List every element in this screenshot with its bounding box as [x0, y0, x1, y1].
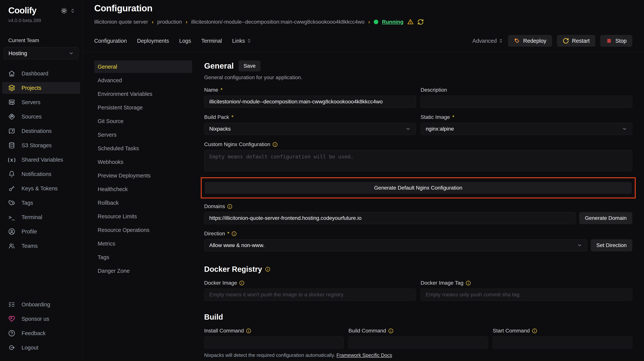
- subnav-label: Webhooks: [98, 159, 124, 165]
- status-link[interactable]: Running: [382, 19, 404, 25]
- sidebar-item-label: Logout: [22, 344, 38, 351]
- docker-image-tag-input[interactable]: [420, 289, 632, 301]
- info-icon[interactable]: [232, 231, 237, 236]
- generate-domain-button[interactable]: Generate Domain: [579, 212, 632, 224]
- info-icon[interactable]: [227, 204, 232, 209]
- restart-button[interactable]: Restart: [557, 35, 595, 47]
- static-image-select[interactable]: nginx:alpine: [420, 123, 632, 135]
- framework-docs-link[interactable]: Framework Specific Docs: [336, 352, 392, 358]
- subnav-preview-deployments[interactable]: Preview Deployments: [94, 169, 192, 182]
- build-pack-select[interactable]: Nixpacks: [204, 123, 416, 135]
- label-text: Description: [420, 87, 447, 93]
- tab-logs[interactable]: Logs: [179, 38, 191, 44]
- subnav-scheduled-tasks[interactable]: Scheduled Tasks: [94, 142, 192, 155]
- redeploy-button[interactable]: Redeploy: [508, 35, 552, 47]
- nginx-config-textarea[interactable]: [204, 150, 632, 171]
- map-icon: [8, 127, 16, 135]
- info-icon[interactable]: [239, 280, 244, 286]
- subnav-persistent-storage[interactable]: Persistent Storage: [94, 101, 192, 114]
- sidebar-item-destinations[interactable]: Destinations: [2, 125, 80, 137]
- sidebar-collapse-chevrons-icon[interactable]: [70, 8, 75, 13]
- generate-nginx-config-button[interactable]: Generate Default Nginx Configuration: [205, 182, 632, 194]
- subnav-general[interactable]: General: [94, 61, 192, 73]
- info-icon[interactable]: [388, 328, 394, 333]
- sidebar-item-onboarding[interactable]: Onboarding: [2, 299, 80, 310]
- sidebar-item-dashboard[interactable]: Dashboard: [2, 68, 80, 79]
- advanced-menu[interactable]: Advanced: [472, 38, 503, 44]
- sidebar-item-projects[interactable]: Projects: [2, 82, 80, 94]
- direction-select[interactable]: Allow www & non-www.: [204, 239, 587, 251]
- user-circle-icon: [8, 228, 16, 235]
- breadcrumb: illicitonion quote server › production ›…: [94, 19, 632, 25]
- sidebar-item-tags[interactable]: Tags: [2, 197, 80, 209]
- sidebar-item-label: Keys & Tokens: [22, 185, 58, 192]
- description-input[interactable]: [420, 96, 632, 108]
- sidebar-item-sponsor-us[interactable]: Sponsor us: [2, 313, 80, 325]
- docker-image-input[interactable]: [204, 289, 416, 301]
- sidebar-item-s3-storages[interactable]: S3 Storages: [2, 140, 80, 151]
- install-command-input[interactable]: [204, 336, 344, 348]
- save-button[interactable]: Save: [238, 61, 260, 72]
- sidebar-item-terminal[interactable]: >_ Terminal: [2, 211, 80, 223]
- sidebar-item-logout[interactable]: Logout: [2, 342, 80, 353]
- subnav-healthcheck[interactable]: Healthcheck: [94, 183, 192, 195]
- required-marker: *: [227, 231, 229, 237]
- tab-deployments[interactable]: Deployments: [137, 38, 169, 44]
- info-icon[interactable]: [272, 142, 278, 147]
- sidebar-item-sources[interactable]: Sources: [2, 111, 80, 123]
- subnav-rollback[interactable]: Rollback: [94, 197, 192, 209]
- breadcrumb-project[interactable]: illicitonion quote server: [94, 19, 148, 25]
- subnav-resource-limits[interactable]: Resource Limits: [94, 210, 192, 223]
- subnav-resource-operations[interactable]: Resource Operations: [94, 224, 192, 236]
- subnav-metrics[interactable]: Metrics: [94, 237, 192, 250]
- tab-label: Configuration: [94, 38, 127, 44]
- team-select[interactable]: Hosting: [4, 47, 78, 59]
- start-command-input[interactable]: [493, 336, 632, 348]
- set-direction-button[interactable]: Set Direction: [591, 239, 632, 251]
- info-icon[interactable]: [466, 280, 471, 286]
- breadcrumb-separator: ›: [152, 19, 154, 25]
- subnav-danger-zone[interactable]: Danger Zone: [94, 265, 192, 277]
- subnav-servers[interactable]: Servers: [94, 129, 192, 141]
- note-text: Nixpacks will detect the required config…: [204, 352, 335, 358]
- breadcrumb-environment[interactable]: production: [157, 19, 182, 25]
- tab-label: Links: [232, 38, 245, 44]
- required-marker: *: [220, 87, 223, 93]
- info-icon[interactable]: [246, 328, 251, 333]
- info-icon[interactable]: [265, 267, 270, 272]
- build-command-input[interactable]: [348, 336, 488, 348]
- subnav-advanced[interactable]: Advanced: [94, 74, 192, 87]
- tab-configuration[interactable]: Configuration: [94, 38, 127, 44]
- sidebar-item-notifications[interactable]: Notifications: [2, 168, 80, 180]
- divider: [82, 52, 644, 52]
- heading-text: Docker Registry: [204, 265, 262, 273]
- tab-links[interactable]: Links: [232, 38, 251, 44]
- breadcrumb-application[interactable]: illicitestonion/-module--decomposition:m…: [191, 19, 364, 25]
- nixpacks-note: Nixpacks will detect the required config…: [204, 352, 632, 358]
- users-icon: [8, 242, 16, 250]
- subnav-tags[interactable]: Tags: [94, 251, 192, 263]
- sidebar-item-profile[interactable]: Profile: [2, 226, 80, 237]
- domains-input[interactable]: [204, 212, 576, 224]
- sidebar-item-feedback[interactable]: Feedback: [2, 327, 80, 339]
- theme-toggle-sun-icon[interactable]: [61, 8, 67, 14]
- sidebar-item-label: Notifications: [22, 171, 51, 177]
- chevrons-up-down-icon: [247, 39, 251, 43]
- stop-button[interactable]: Stop: [600, 35, 632, 47]
- sidebar-item-label: Destinations: [22, 128, 52, 134]
- sidebar-item-keys-tokens[interactable]: Keys & Tokens: [2, 183, 80, 194]
- subnav-git-source[interactable]: Git Source: [94, 115, 192, 127]
- warning-icon[interactable]: [407, 19, 414, 25]
- subnav-label: Environment Variables: [98, 91, 152, 97]
- refresh-icon[interactable]: [417, 19, 424, 25]
- sidebar-item-servers[interactable]: Servers: [2, 96, 80, 108]
- name-input[interactable]: [204, 96, 416, 108]
- subnav-environment-variables[interactable]: Environment Variables: [94, 88, 192, 100]
- sidebar-item-shared-variables[interactable]: (x) Shared Variables: [2, 154, 80, 166]
- subnav-webhooks[interactable]: Webhooks: [94, 156, 192, 168]
- sidebar-item-label: Onboarding: [22, 301, 50, 308]
- tab-terminal[interactable]: Terminal: [201, 38, 222, 44]
- general-form: General Save General configuration for y…: [204, 61, 632, 361]
- info-icon[interactable]: [532, 328, 537, 333]
- sidebar-item-teams[interactable]: Teams: [2, 240, 80, 252]
